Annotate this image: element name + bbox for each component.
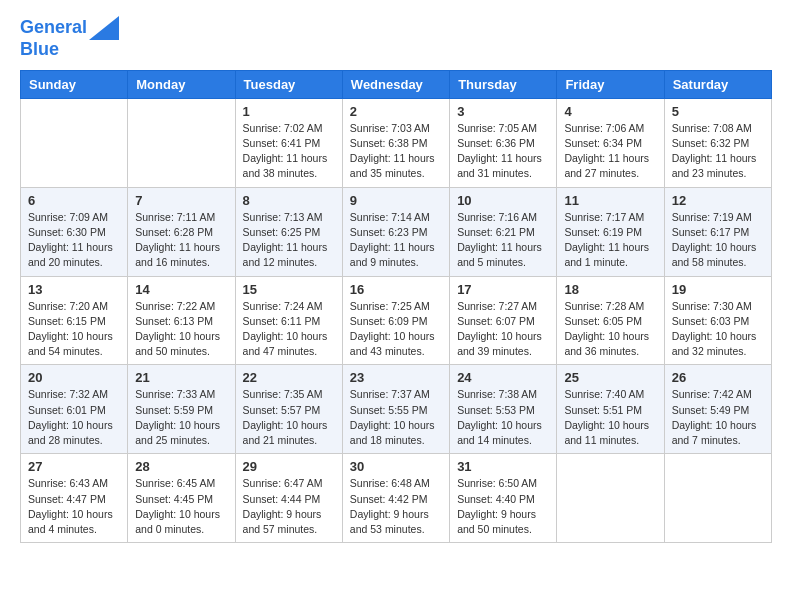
day-number: 18 [564, 282, 656, 297]
day-info: Sunrise: 7:13 AMSunset: 6:25 PMDaylight:… [243, 210, 335, 271]
day-info: Sunrise: 7:08 AMSunset: 6:32 PMDaylight:… [672, 121, 764, 182]
day-info: Sunrise: 7:06 AMSunset: 6:34 PMDaylight:… [564, 121, 656, 182]
day-of-week-header: Thursday [450, 70, 557, 98]
day-number: 19 [672, 282, 764, 297]
calendar-cell [664, 454, 771, 543]
day-info: Sunrise: 7:35 AMSunset: 5:57 PMDaylight:… [243, 387, 335, 448]
calendar-cell: 6Sunrise: 7:09 AMSunset: 6:30 PMDaylight… [21, 187, 128, 276]
calendar-week-row: 6Sunrise: 7:09 AMSunset: 6:30 PMDaylight… [21, 187, 772, 276]
day-info: Sunrise: 7:37 AMSunset: 5:55 PMDaylight:… [350, 387, 442, 448]
day-info: Sunrise: 7:22 AMSunset: 6:13 PMDaylight:… [135, 299, 227, 360]
day-number: 29 [243, 459, 335, 474]
day-number: 20 [28, 370, 120, 385]
header: General Blue [20, 16, 772, 60]
day-of-week-header: Wednesday [342, 70, 449, 98]
day-info: Sunrise: 7:17 AMSunset: 6:19 PMDaylight:… [564, 210, 656, 271]
calendar-cell: 27Sunrise: 6:43 AMSunset: 4:47 PMDayligh… [21, 454, 128, 543]
day-info: Sunrise: 7:16 AMSunset: 6:21 PMDaylight:… [457, 210, 549, 271]
day-info: Sunrise: 7:05 AMSunset: 6:36 PMDaylight:… [457, 121, 549, 182]
calendar-cell: 26Sunrise: 7:42 AMSunset: 5:49 PMDayligh… [664, 365, 771, 454]
day-info: Sunrise: 7:40 AMSunset: 5:51 PMDaylight:… [564, 387, 656, 448]
calendar-cell [128, 98, 235, 187]
calendar-cell: 2Sunrise: 7:03 AMSunset: 6:38 PMDaylight… [342, 98, 449, 187]
day-number: 10 [457, 193, 549, 208]
day-info: Sunrise: 7:25 AMSunset: 6:09 PMDaylight:… [350, 299, 442, 360]
day-info: Sunrise: 7:28 AMSunset: 6:05 PMDaylight:… [564, 299, 656, 360]
day-info: Sunrise: 6:45 AMSunset: 4:45 PMDaylight:… [135, 476, 227, 537]
calendar-cell: 11Sunrise: 7:17 AMSunset: 6:19 PMDayligh… [557, 187, 664, 276]
calendar-cell: 5Sunrise: 7:08 AMSunset: 6:32 PMDaylight… [664, 98, 771, 187]
day-number: 25 [564, 370, 656, 385]
day-info: Sunrise: 7:30 AMSunset: 6:03 PMDaylight:… [672, 299, 764, 360]
day-number: 22 [243, 370, 335, 385]
day-info: Sunrise: 7:38 AMSunset: 5:53 PMDaylight:… [457, 387, 549, 448]
calendar-cell: 16Sunrise: 7:25 AMSunset: 6:09 PMDayligh… [342, 276, 449, 365]
day-number: 1 [243, 104, 335, 119]
calendar-cell: 25Sunrise: 7:40 AMSunset: 5:51 PMDayligh… [557, 365, 664, 454]
calendar-cell: 12Sunrise: 7:19 AMSunset: 6:17 PMDayligh… [664, 187, 771, 276]
day-number: 26 [672, 370, 764, 385]
calendar-cell: 15Sunrise: 7:24 AMSunset: 6:11 PMDayligh… [235, 276, 342, 365]
calendar-week-row: 13Sunrise: 7:20 AMSunset: 6:15 PMDayligh… [21, 276, 772, 365]
calendar-cell: 24Sunrise: 7:38 AMSunset: 5:53 PMDayligh… [450, 365, 557, 454]
day-info: Sunrise: 7:03 AMSunset: 6:38 PMDaylight:… [350, 121, 442, 182]
header-row: SundayMondayTuesdayWednesdayThursdayFrid… [21, 70, 772, 98]
day-number: 27 [28, 459, 120, 474]
svg-marker-0 [89, 16, 119, 40]
day-number: 5 [672, 104, 764, 119]
day-info: Sunrise: 7:11 AMSunset: 6:28 PMDaylight:… [135, 210, 227, 271]
day-info: Sunrise: 7:20 AMSunset: 6:15 PMDaylight:… [28, 299, 120, 360]
calendar-cell: 20Sunrise: 7:32 AMSunset: 6:01 PMDayligh… [21, 365, 128, 454]
day-number: 28 [135, 459, 227, 474]
calendar-body: 1Sunrise: 7:02 AMSunset: 6:41 PMDaylight… [21, 98, 772, 542]
calendar-cell: 1Sunrise: 7:02 AMSunset: 6:41 PMDaylight… [235, 98, 342, 187]
calendar-week-row: 20Sunrise: 7:32 AMSunset: 6:01 PMDayligh… [21, 365, 772, 454]
day-info: Sunrise: 7:27 AMSunset: 6:07 PMDaylight:… [457, 299, 549, 360]
day-info: Sunrise: 7:33 AMSunset: 5:59 PMDaylight:… [135, 387, 227, 448]
day-number: 23 [350, 370, 442, 385]
day-info: Sunrise: 6:50 AMSunset: 4:40 PMDaylight:… [457, 476, 549, 537]
day-number: 12 [672, 193, 764, 208]
calendar-cell: 9Sunrise: 7:14 AMSunset: 6:23 PMDaylight… [342, 187, 449, 276]
calendar-cell: 17Sunrise: 7:27 AMSunset: 6:07 PMDayligh… [450, 276, 557, 365]
day-info: Sunrise: 6:43 AMSunset: 4:47 PMDaylight:… [28, 476, 120, 537]
day-info: Sunrise: 7:09 AMSunset: 6:30 PMDaylight:… [28, 210, 120, 271]
calendar-cell [557, 454, 664, 543]
calendar-cell: 14Sunrise: 7:22 AMSunset: 6:13 PMDayligh… [128, 276, 235, 365]
day-number: 15 [243, 282, 335, 297]
day-number: 4 [564, 104, 656, 119]
day-info: Sunrise: 7:24 AMSunset: 6:11 PMDaylight:… [243, 299, 335, 360]
calendar-cell: 3Sunrise: 7:05 AMSunset: 6:36 PMDaylight… [450, 98, 557, 187]
day-number: 30 [350, 459, 442, 474]
calendar-cell: 4Sunrise: 7:06 AMSunset: 6:34 PMDaylight… [557, 98, 664, 187]
calendar-cell: 7Sunrise: 7:11 AMSunset: 6:28 PMDaylight… [128, 187, 235, 276]
calendar-header: SundayMondayTuesdayWednesdayThursdayFrid… [21, 70, 772, 98]
day-number: 7 [135, 193, 227, 208]
day-info: Sunrise: 7:02 AMSunset: 6:41 PMDaylight:… [243, 121, 335, 182]
calendar-cell: 10Sunrise: 7:16 AMSunset: 6:21 PMDayligh… [450, 187, 557, 276]
calendar-cell [21, 98, 128, 187]
calendar-cell: 30Sunrise: 6:48 AMSunset: 4:42 PMDayligh… [342, 454, 449, 543]
calendar-cell: 19Sunrise: 7:30 AMSunset: 6:03 PMDayligh… [664, 276, 771, 365]
day-info: Sunrise: 7:42 AMSunset: 5:49 PMDaylight:… [672, 387, 764, 448]
calendar-cell: 29Sunrise: 6:47 AMSunset: 4:44 PMDayligh… [235, 454, 342, 543]
logo-text: General [20, 18, 87, 38]
calendar-week-row: 1Sunrise: 7:02 AMSunset: 6:41 PMDaylight… [21, 98, 772, 187]
day-number: 21 [135, 370, 227, 385]
day-number: 13 [28, 282, 120, 297]
logo-icon [89, 16, 119, 40]
day-number: 17 [457, 282, 549, 297]
day-info: Sunrise: 7:14 AMSunset: 6:23 PMDaylight:… [350, 210, 442, 271]
day-number: 8 [243, 193, 335, 208]
calendar-cell: 31Sunrise: 6:50 AMSunset: 4:40 PMDayligh… [450, 454, 557, 543]
day-of-week-header: Tuesday [235, 70, 342, 98]
day-number: 9 [350, 193, 442, 208]
day-of-week-header: Saturday [664, 70, 771, 98]
day-of-week-header: Friday [557, 70, 664, 98]
page-container: General Blue SundayMondayTuesdayWednesda… [0, 0, 792, 563]
calendar-cell: 21Sunrise: 7:33 AMSunset: 5:59 PMDayligh… [128, 365, 235, 454]
calendar-table: SundayMondayTuesdayWednesdayThursdayFrid… [20, 70, 772, 543]
day-info: Sunrise: 6:48 AMSunset: 4:42 PMDaylight:… [350, 476, 442, 537]
day-number: 24 [457, 370, 549, 385]
day-number: 11 [564, 193, 656, 208]
